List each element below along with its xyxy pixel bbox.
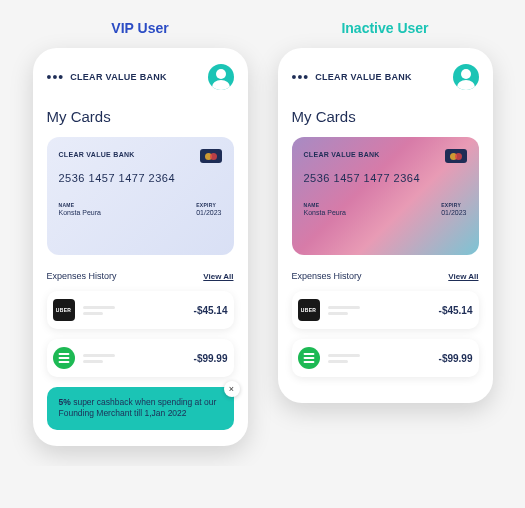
placeholder-lines: [83, 306, 115, 315]
view-all-link[interactable]: View All: [203, 272, 233, 281]
placeholder-lines: [83, 354, 115, 363]
menu-icon[interactable]: •••: [292, 69, 310, 85]
view-all-link[interactable]: View All: [448, 272, 478, 281]
card-bank-label: CLEAR VALUE BANK: [59, 151, 222, 158]
card-name-value: Konsta Peura: [59, 209, 101, 216]
uber-icon: UBER: [53, 299, 75, 321]
card-name-label: NAME: [59, 202, 101, 208]
menu-icon[interactable]: •••: [47, 69, 65, 85]
promo-text: 5% super cashback when spending at our F…: [59, 397, 222, 420]
app-header: ••• CLEAR VALUE BANK: [292, 64, 479, 90]
expense-amount: -$45.14: [194, 305, 228, 316]
card-expiry-value: 01/2023: [441, 209, 466, 216]
placeholder-lines: [328, 354, 360, 363]
screen-label-inactive: Inactive User: [341, 20, 428, 36]
bank-name: CLEAR VALUE BANK: [315, 72, 412, 82]
card-expiry-value: 01/2023: [196, 209, 221, 216]
card-name-label: NAME: [304, 202, 346, 208]
card-expiry-label: EXPIRY: [196, 202, 221, 208]
mastercard-icon: [200, 149, 222, 163]
avatar-icon[interactable]: [208, 64, 234, 90]
app-header: ••• CLEAR VALUE BANK: [47, 64, 234, 90]
screen-inactive: ••• CLEAR VALUE BANK My Cards CLEAR VALU…: [278, 48, 493, 403]
card-name-value: Konsta Peura: [304, 209, 346, 216]
avatar-icon[interactable]: [453, 64, 479, 90]
expense-amount: -$45.14: [439, 305, 473, 316]
close-icon[interactable]: ×: [224, 381, 240, 397]
credit-card[interactable]: CLEAR VALUE BANK 2536 1457 1477 2364 NAM…: [292, 137, 479, 255]
card-number: 2536 1457 1477 2364: [304, 172, 467, 184]
screen-label-vip: VIP User: [111, 20, 168, 36]
expense-row[interactable]: UBER -$45.14: [47, 291, 234, 329]
expense-row[interactable]: -$99.99: [292, 339, 479, 377]
expense-row[interactable]: UBER -$45.14: [292, 291, 479, 329]
expenses-title: Expenses History: [292, 271, 362, 281]
uber-icon: UBER: [298, 299, 320, 321]
expense-amount: -$99.99: [439, 353, 473, 364]
card-expiry-label: EXPIRY: [441, 202, 466, 208]
expenses-title: Expenses History: [47, 271, 117, 281]
spotify-icon: [53, 347, 75, 369]
page-title: My Cards: [292, 108, 479, 125]
credit-card[interactable]: CLEAR VALUE BANK 2536 1457 1477 2364 NAM…: [47, 137, 234, 255]
promo-banner[interactable]: × 5% super cashback when spending at our…: [47, 387, 234, 430]
bank-name: CLEAR VALUE BANK: [70, 72, 167, 82]
spotify-icon: [298, 347, 320, 369]
screen-vip: ••• CLEAR VALUE BANK My Cards CLEAR VALU…: [33, 48, 248, 446]
page-title: My Cards: [47, 108, 234, 125]
mastercard-icon: [445, 149, 467, 163]
expense-amount: -$99.99: [194, 353, 228, 364]
card-bank-label: CLEAR VALUE BANK: [304, 151, 467, 158]
placeholder-lines: [328, 306, 360, 315]
expense-row[interactable]: -$99.99: [47, 339, 234, 377]
card-number: 2536 1457 1477 2364: [59, 172, 222, 184]
